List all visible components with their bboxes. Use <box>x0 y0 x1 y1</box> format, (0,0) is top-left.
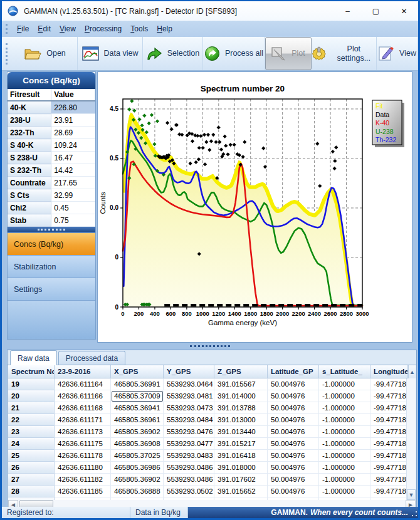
data-cell[interactable]: 391.015652 <box>214 486 268 497</box>
fit-row[interactable]: 232-Th28.69 <box>8 127 95 139</box>
data-cell[interactable]: 50.004976 <box>268 426 319 438</box>
fit-label[interactable]: S Cts <box>8 189 51 202</box>
grid-col-latitude-gp[interactable]: Latitude_GP <box>268 365 319 378</box>
data-cell[interactable]: 50.004976 <box>268 390 319 402</box>
data-cell[interactable]: 42636.611182 <box>55 474 111 486</box>
data-cell[interactable]: -99.477182 <box>370 390 408 402</box>
data-cell[interactable]: 50.004976 <box>268 378 319 390</box>
fit-value[interactable]: 0.45 <box>51 202 95 214</box>
menu-edit[interactable]: Edit <box>33 22 55 36</box>
row-header-cell[interactable]: 28 <box>8 486 55 497</box>
data-cell[interactable]: 5539293.0486 <box>164 462 214 474</box>
open-button[interactable]: Open <box>13 37 78 70</box>
grid-col-23-9-2016[interactable]: 23-9-2016 <box>55 365 111 378</box>
data-cell[interactable]: 465805.36902 <box>111 474 164 486</box>
view-button[interactable]: View <box>377 37 418 70</box>
data-cell[interactable]: 50.004976 <box>268 438 319 450</box>
data-cell[interactable]: 5539293.0481 <box>164 390 214 402</box>
data-cell[interactable]: 42636.611175 <box>55 438 111 450</box>
plot-button[interactable]: Plot <box>265 37 312 70</box>
data-cell[interactable]: 5539293.0502 <box>164 486 214 497</box>
fit-row[interactable]: Chi20.45 <box>8 202 95 214</box>
data-cell[interactable]: 42636.611178 <box>55 450 111 462</box>
data-cell[interactable]: 5539293.0476 <box>164 426 214 438</box>
menu-grip[interactable] <box>6 24 9 34</box>
data-cell[interactable]: 42636.611171 <box>55 414 111 426</box>
data-cell[interactable]: -1.000000 <box>319 450 370 462</box>
data-cell[interactable]: -99.477182 <box>370 414 408 426</box>
fit-row[interactable]: S 40-K109.24 <box>8 139 95 152</box>
fit-label[interactable]: 232-Th <box>8 127 51 139</box>
fit-value[interactable]: 16.47 <box>51 152 95 164</box>
data-cell[interactable]: 465805.36991 <box>111 378 164 390</box>
toolbar-grip[interactable] <box>6 43 9 65</box>
fit-label[interactable]: S 232-Th <box>8 164 51 177</box>
fit-label[interactable]: S 40-K <box>8 139 51 152</box>
data-cell[interactable]: 465805.36986 <box>111 462 164 474</box>
data-cell[interactable]: -1.000000 <box>319 378 370 390</box>
data-cell[interactable]: 465805.36908 <box>111 438 164 450</box>
tab-processed-data[interactable]: Processed data <box>58 351 125 365</box>
vertical-scrollbar-track[interactable] <box>406 378 416 500</box>
data-cell[interactable]: -99.477182 <box>370 462 408 474</box>
fit-label[interactable]: Chi2 <box>8 202 51 214</box>
menu-view[interactable]: View <box>55 22 80 36</box>
data-cell[interactable]: 391.015217 <box>214 438 268 450</box>
fit-value[interactable]: 0.75 <box>51 214 95 227</box>
row-header-cell[interactable]: 21 <box>8 402 55 414</box>
data-cell[interactable]: 5539293.0484 <box>164 414 214 426</box>
grid-col-s-latitude-[interactable]: s_Latitude_ <box>319 365 370 378</box>
row-header-cell[interactable]: 27 <box>8 474 55 486</box>
data-cell[interactable]: 50.004976 <box>268 402 319 414</box>
left-splitter-handle[interactable] <box>8 227 95 232</box>
data-cell[interactable]: -99.477182 <box>370 402 408 414</box>
fit-value[interactable]: 28.69 <box>51 127 95 139</box>
fit-row[interactable]: S 238-U16.47 <box>8 152 95 164</box>
data-cell[interactable]: 391.015567 <box>214 378 268 390</box>
fit-row[interactable]: S 232-Th14.42 <box>8 164 95 177</box>
data-cell[interactable]: 391.017602 <box>214 474 268 486</box>
data-cell[interactable]: 391.016418 <box>214 450 268 462</box>
resize-grip[interactable] <box>411 511 417 517</box>
data-cell[interactable]: 50.004976 <box>268 414 319 426</box>
process-all-button[interactable]: Process all <box>203 37 265 70</box>
data-cell[interactable]: 391.018000 <box>214 462 268 474</box>
row-header-cell[interactable]: 24 <box>8 438 55 450</box>
grid-col-x-gps[interactable]: X_GPS <box>111 365 164 378</box>
row-header-cell[interactable]: 26 <box>8 462 55 474</box>
menu-tools[interactable]: Tools <box>126 22 152 36</box>
data-cell[interactable]: 391.013000 <box>214 414 268 426</box>
grid-col-y-gps[interactable]: Y_GPS <box>164 365 214 378</box>
menu-help[interactable]: Help <box>152 22 177 36</box>
plot-settings-button[interactable]: Plot settings... <box>312 37 377 70</box>
data-cell[interactable]: 50.004976 <box>268 462 319 474</box>
data-cell[interactable]: -99.477182 <box>370 426 408 438</box>
grid-col-z-gps[interactable]: Z_GPS <box>214 365 268 378</box>
fit-label[interactable]: Stab <box>8 214 51 227</box>
nav-concs-bq-kg-[interactable]: Concs (Bq/kg) <box>8 232 95 255</box>
nav-stabilization[interactable]: Stabilization <box>8 255 95 278</box>
data-cell[interactable]: 465805.36888 <box>111 486 164 497</box>
scroll-up-arrow[interactable]: ▲ <box>408 365 416 378</box>
data-cell[interactable]: 465805.36941 <box>111 402 164 414</box>
data-cell[interactable]: 465805.37025 <box>111 450 164 462</box>
row-header-cell[interactable]: 20 <box>8 390 55 402</box>
grid-col-longitude-[interactable]: Longitude_ <box>370 365 408 378</box>
fit-label[interactable]: 238-U <box>8 114 51 127</box>
data-cell[interactable]: -1.000000 <box>319 414 370 426</box>
data-cell[interactable]: -99.477182 <box>370 378 408 390</box>
maximize-button[interactable]: ▢ <box>362 1 390 21</box>
data-cell[interactable]: 5539293.0483 <box>164 450 214 462</box>
fit-row[interactable]: Countrate217.65 <box>8 177 95 189</box>
fit-value[interactable]: 23.91 <box>51 114 95 127</box>
data-cell[interactable]: 50.004976 <box>268 450 319 462</box>
data-cell[interactable]: 42636.611168 <box>55 402 111 414</box>
fit-value[interactable]: 32.99 <box>51 189 95 202</box>
data-cell[interactable]: -1.000000 <box>319 438 370 450</box>
data-cell[interactable]: 5539293.0477 <box>164 438 214 450</box>
row-header-cell[interactable]: 22 <box>8 414 55 426</box>
selection-button[interactable]: Selection <box>143 37 203 70</box>
data-cell[interactable]: 50.004976 <box>268 486 319 497</box>
data-cell[interactable]: -99.477182 <box>370 450 408 462</box>
data-cell[interactable]: -1.000000 <box>319 486 370 497</box>
